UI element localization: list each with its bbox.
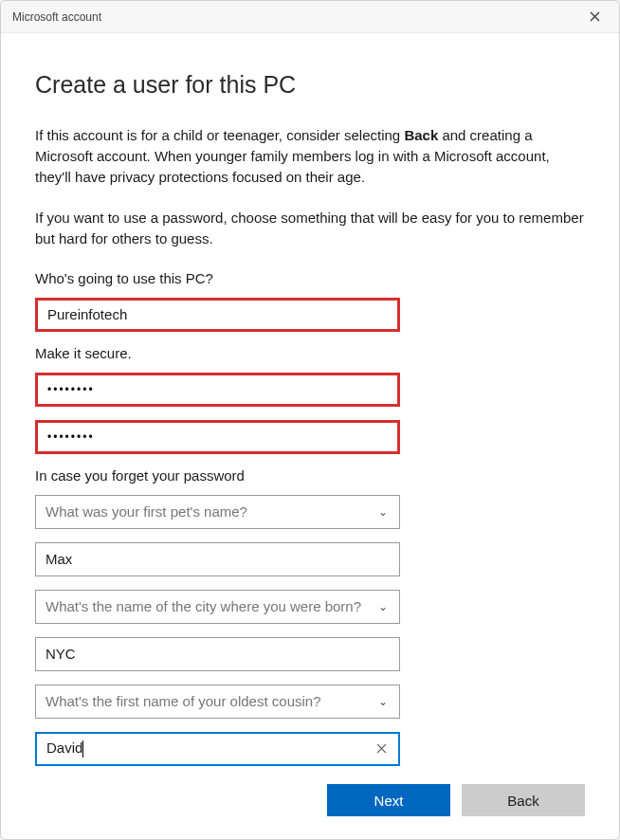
desc1-bold: Back [404, 127, 438, 143]
password-input[interactable]: •••••••• [35, 373, 400, 407]
password-label: Make it secure. [35, 345, 585, 361]
chevron-down-icon: ⌄ [378, 600, 388, 613]
back-button[interactable]: Back [462, 784, 585, 816]
security-questions-label: In case you forget your password [35, 467, 585, 484]
security-answer-2-input[interactable]: NYC [35, 637, 400, 671]
chevron-down-icon: ⌄ [378, 505, 388, 519]
security-question-2-select[interactable]: What's the name of the city where you we… [35, 590, 400, 624]
page-heading: Create a user for this PC [35, 71, 585, 99]
password-confirm-value: •••••••• [47, 430, 95, 444]
text-cursor [82, 740, 83, 758]
username-label: Who's going to use this PC? [35, 270, 585, 286]
clear-input-button[interactable] [374, 740, 389, 757]
security-answer-3-input[interactable]: David [35, 732, 400, 766]
next-button[interactable]: Next [327, 784, 450, 816]
password-confirm-input[interactable]: •••••••• [35, 420, 400, 454]
titlebar: Microsoft account [1, 1, 619, 33]
username-value: Pureinfotech [47, 306, 127, 322]
button-row: Next Back [1, 776, 619, 839]
close-icon [376, 743, 387, 754]
security-question-1-text: What was your first pet's name? [46, 503, 247, 520]
close-icon [590, 11, 600, 22]
content-area: Create a user for this PC If this accoun… [1, 33, 619, 776]
chevron-down-icon: ⌄ [378, 695, 388, 708]
dialog-window: Microsoft account Create a user for this… [0, 0, 620, 840]
security-answer-3-value: David [46, 740, 82, 756]
description-2: If you want to use a password, choose so… [35, 208, 585, 249]
security-question-3-select[interactable]: What's the first name of your oldest cou… [35, 685, 400, 719]
password-value: •••••••• [47, 383, 95, 396]
username-input[interactable]: Pureinfotech [35, 298, 400, 332]
description-1: If this account is for a child or teenag… [35, 125, 585, 187]
close-button[interactable] [577, 4, 611, 30]
security-question-1-select[interactable]: What was your first pet's name? ⌄ [35, 495, 400, 529]
security-answer-1-input[interactable]: Max [35, 542, 400, 576]
security-question-2-text: What's the name of the city where you we… [46, 598, 361, 614]
security-question-3-text: What's the first name of your oldest cou… [46, 693, 321, 709]
window-title: Microsoft account [12, 10, 101, 24]
security-answer-1-value: Max [46, 551, 72, 567]
security-answer-2-value: NYC [46, 646, 76, 662]
desc1-pre: If this account is for a child or teenag… [35, 127, 404, 143]
